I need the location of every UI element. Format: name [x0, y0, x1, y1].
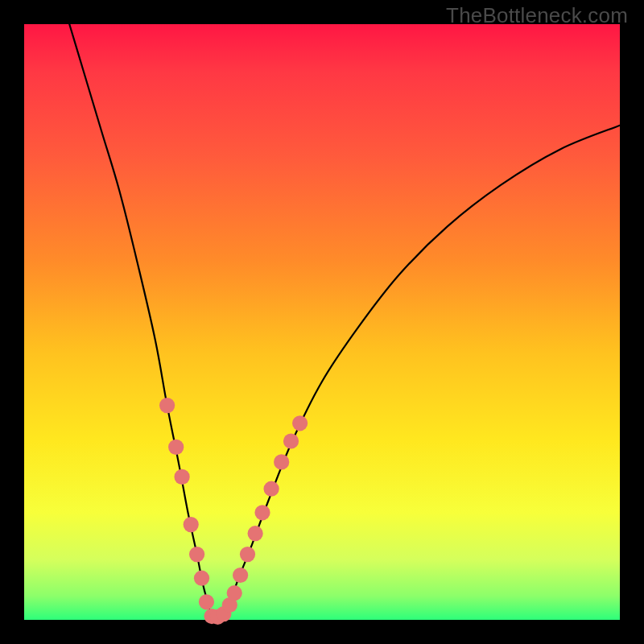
- plot-area: [24, 24, 620, 620]
- chart-frame: TheBottleneck.com: [0, 0, 644, 644]
- curve-marker: [184, 517, 199, 532]
- curve-marker: [283, 433, 299, 448]
- bottleneck-curve: [66, 12, 620, 617]
- curve-marker: [240, 547, 255, 562]
- curve-marker: [174, 469, 189, 485]
- curve-marker: [168, 440, 184, 455]
- curve-marker: [194, 571, 209, 586]
- curve-marker: [248, 526, 263, 541]
- curve-marker: [292, 415, 308, 431]
- curve-layer: [24, 24, 620, 620]
- curve-marker: [227, 585, 242, 601]
- watermark-text: TheBottleneck.com: [446, 3, 628, 28]
- curve-marker: [263, 481, 279, 497]
- curve-marker: [254, 505, 270, 520]
- curve-marker: [233, 568, 248, 583]
- curve-markers: [159, 398, 308, 625]
- curve-marker: [159, 398, 175, 413]
- curve-marker: [274, 454, 289, 469]
- curve-marker: [189, 547, 204, 562]
- curve-marker: [199, 594, 214, 609]
